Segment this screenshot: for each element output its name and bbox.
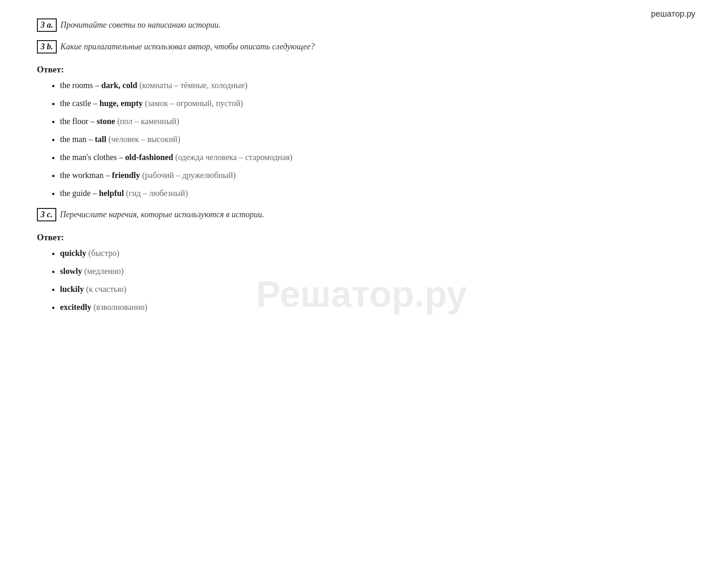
item-adjectives: tall — [95, 135, 106, 144]
item-adjectives: dark, cold — [102, 81, 137, 90]
answer-3c-item: luckily (к счастью) — [60, 283, 686, 296]
item-adverb: luckily — [60, 285, 84, 294]
task-3a-label: 3 a. — [37, 18, 57, 32]
item-translation: (взволнованно) — [93, 303, 147, 312]
item-subject: the man's clothes — [60, 153, 117, 162]
answer-3c-item: quickly (быстро) — [60, 247, 686, 260]
item-adverb: slowly — [60, 267, 82, 276]
answer-3b-item: the floor – stone (пол – каменный) — [60, 115, 686, 128]
item-subject: the workman — [60, 171, 103, 180]
item-subject: the guide — [60, 189, 90, 198]
answer-3b-section: Ответ: the rooms – dark, cold (комнаты –… — [37, 65, 686, 200]
item-translation: (человек – высокий) — [108, 135, 180, 144]
answer-3b-item: the man's clothes – old-fashioned (одежд… — [60, 151, 686, 164]
answer-3b-item: the workman – friendly (рабочий – дружел… — [60, 169, 686, 182]
item-translation: (рабочий – дружелюбный) — [142, 171, 236, 180]
task-3b-label: 3 b. — [37, 40, 57, 53]
item-adjectives: friendly — [112, 171, 140, 180]
item-translation: (одежда человека – старомодная) — [175, 153, 293, 162]
task-3b: 3 b.Какие прилагательные использовал авт… — [37, 40, 686, 53]
item-subject: the floor — [60, 117, 88, 126]
item-adjectives: huge, empty — [99, 99, 143, 108]
item-adjectives: stone — [96, 117, 115, 126]
item-translation: (к счастью) — [86, 285, 126, 294]
answer-3c-list: quickly (быстро)slowly (медленно)luckily… — [37, 247, 686, 314]
item-dash: – — [93, 81, 102, 90]
answer-3c-item: excitedly (взволнованно) — [60, 301, 686, 314]
answer-3b-item: the guide – helpful (гид – любезный) — [60, 187, 686, 200]
item-adverb: quickly — [60, 249, 86, 258]
item-dash: – — [91, 99, 99, 108]
item-adjectives: old-fashioned — [125, 153, 173, 162]
answer-3b-item: the man – tall (человек – высокий) — [60, 133, 686, 146]
task-3a: 3 a.Прочитайте советы по написанию истор… — [37, 18, 686, 32]
item-adjectives: helpful — [99, 189, 124, 198]
item-translation: (комнаты – тёмные, холодные) — [139, 81, 247, 90]
item-dash: – — [88, 117, 96, 126]
item-translation: (быстро) — [89, 249, 120, 258]
answer-3b-item: the castle – huge, empty (замок – огромн… — [60, 97, 686, 110]
item-subject: the rooms — [60, 81, 93, 90]
answer-3c-header: Ответ: — [37, 232, 686, 243]
task-3b-instruction: Какие прилагательные использовал автор, … — [60, 42, 315, 51]
item-subject: the castle — [60, 99, 91, 108]
item-dash: – — [86, 135, 95, 144]
item-translation: (пол – каменный) — [117, 117, 179, 126]
item-translation: (замок – огромный, пустой) — [145, 99, 243, 108]
answer-3b-item: the rooms – dark, cold (комнаты – тёмные… — [60, 79, 686, 92]
answer-3b-list: the rooms – dark, cold (комнаты – тёмные… — [37, 79, 686, 200]
item-dash: – — [103, 171, 112, 180]
item-dash: – — [117, 153, 125, 162]
site-badge: решатор.ру — [651, 9, 695, 19]
answer-3c-item: slowly (медленно) — [60, 265, 686, 278]
task-3c: 3 c.Перечислите наречия, которые использ… — [37, 208, 686, 221]
task-3c-label: 3 c. — [37, 208, 56, 221]
answer-3b-header: Ответ: — [37, 65, 686, 75]
task-3c-instruction: Перечислите наречия, которые используютс… — [60, 210, 264, 219]
item-translation: (медленно) — [84, 267, 124, 276]
task-3a-instruction: Прочитайте советы по написанию истории. — [60, 20, 221, 30]
answer-3c-section: Ответ: quickly (быстро)slowly (медленно)… — [37, 232, 686, 314]
item-translation: (гид – любезный) — [126, 189, 188, 198]
item-subject: the man — [60, 135, 86, 144]
item-dash: – — [90, 189, 99, 198]
item-adverb: excitedly — [60, 303, 91, 312]
